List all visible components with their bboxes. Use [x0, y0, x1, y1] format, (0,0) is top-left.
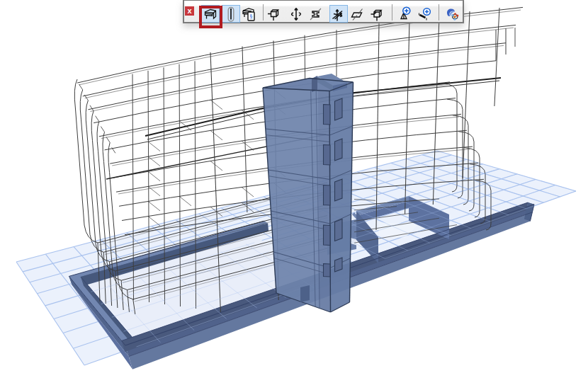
svg-text:§: §: [249, 13, 253, 20]
